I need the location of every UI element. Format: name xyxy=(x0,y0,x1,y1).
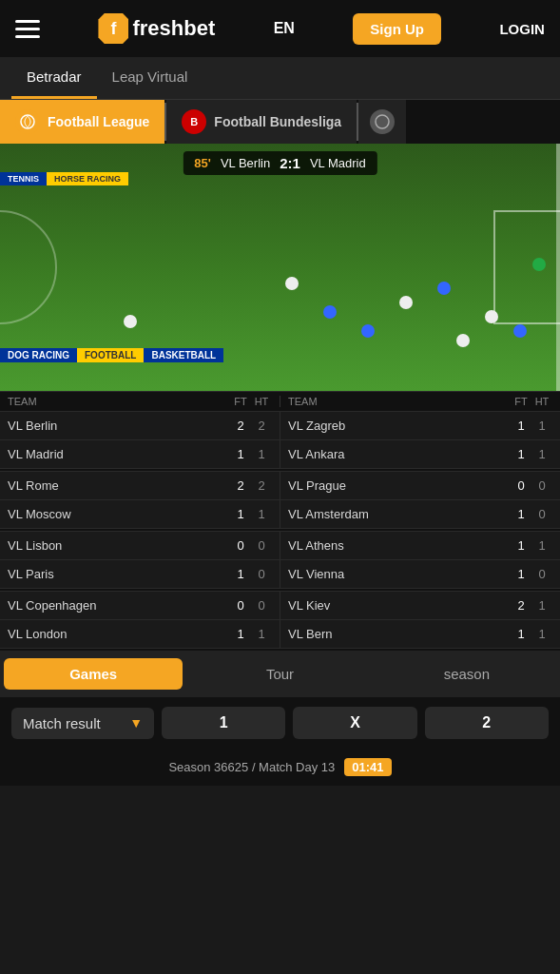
match-minute: 85' xyxy=(194,156,211,170)
right-ht-label: HT xyxy=(531,396,552,407)
football-league-icon xyxy=(15,109,40,134)
video-area: TENNIS HORSE RACING DOG RACING FOOTBALL … xyxy=(0,144,560,391)
logo: f freshbet xyxy=(98,13,215,44)
svg-point-1 xyxy=(376,115,389,128)
login-button[interactable]: LOGIN xyxy=(499,21,545,37)
right-header: TEAM FT HT xyxy=(280,396,560,407)
match-score: 2:1 xyxy=(280,155,300,171)
footer: Season 36625 / Match Day 13 01:41 xyxy=(0,749,560,786)
team2-name: VL Madrid xyxy=(310,156,366,170)
svg-point-0 xyxy=(21,115,34,128)
left-header: TEAM FT HT xyxy=(0,396,280,407)
player-white-3 xyxy=(399,296,413,309)
score-row: VL Amsterdam10 xyxy=(280,500,560,529)
player-blue-3 xyxy=(437,282,451,295)
left-ft-label: FT xyxy=(230,396,251,407)
match-result-label: Match result xyxy=(23,715,122,731)
tab-tour[interactable]: Tour xyxy=(190,658,369,690)
player-blue-4 xyxy=(513,324,527,338)
bottom-tabs: Games Tour season xyxy=(0,651,560,697)
team1-name: VL Berlin xyxy=(221,156,270,170)
match-group-2: VL Lisbon00VL Paris10VL Athens11VL Vienn… xyxy=(0,531,560,591)
bet-option-1[interactable]: 1 xyxy=(162,707,285,739)
tab-season[interactable]: season xyxy=(377,658,556,690)
score-row: VL Berlin22 xyxy=(0,412,280,440)
player-white-1 xyxy=(124,315,137,328)
footer-timer: 01:41 xyxy=(344,758,391,776)
header: f freshbet EN Sign Up LOGIN xyxy=(0,0,560,57)
scores-table-body: VL Berlin22VL Madrid11VL Zagreb11VL Anka… xyxy=(0,411,560,651)
match-result-row: Match result ▼ 1 X 2 xyxy=(0,697,560,749)
scores-half-right-1: VL Prague00VL Amsterdam10 xyxy=(280,472,560,529)
score-row: VL Bern11 xyxy=(280,620,560,649)
signup-button[interactable]: Sign Up xyxy=(353,13,441,45)
logo-f-letter: f xyxy=(110,19,116,39)
scores-half-left-0: VL Berlin22VL Madrid11 xyxy=(0,412,280,469)
scores-half-left-2: VL Lisbon00VL Paris10 xyxy=(0,532,280,589)
player-white-2 xyxy=(285,277,299,290)
tab-extra[interactable] xyxy=(358,100,406,144)
bundesliga-icon: B xyxy=(182,109,206,134)
tab-betradar[interactable]: Betradar xyxy=(11,57,97,99)
score-bar: 85' VL Berlin 2:1 VL Madrid xyxy=(183,151,377,175)
score-row: VL Rome22 xyxy=(0,472,280,500)
language-selector[interactable]: EN xyxy=(274,20,295,37)
score-row: VL Moscow11 xyxy=(0,500,280,529)
goal-box xyxy=(493,210,560,324)
sponsor-banners-bottom: DOG RACING FOOTBALL BASKETBALL xyxy=(0,348,560,362)
left-ht-label: HT xyxy=(251,396,272,407)
score-row: VL Athens11 xyxy=(280,532,560,560)
score-row: VL Madrid11 xyxy=(0,440,280,469)
score-row: VL Lisbon00 xyxy=(0,532,280,560)
tab-games[interactable]: Games xyxy=(4,658,183,690)
scores-half-left-1: VL Rome22VL Moscow11 xyxy=(0,472,280,529)
score-row: VL Prague00 xyxy=(280,472,560,500)
score-row: VL Ankara11 xyxy=(280,440,560,469)
player-white-5 xyxy=(485,310,498,323)
score-row: VL Vienna10 xyxy=(280,560,560,589)
player-blue-2 xyxy=(361,324,375,338)
right-ft-label: FT xyxy=(511,396,531,407)
league-tabs: Football League B Football Bundesliga xyxy=(0,100,560,144)
tab-football-bundesliga[interactable]: B Football Bundesliga xyxy=(166,100,357,144)
center-circle xyxy=(0,210,57,324)
match-group-0: VL Berlin22VL Madrid11VL Zagreb11VL Anka… xyxy=(0,411,560,471)
match-result-dropdown[interactable]: Match result ▼ xyxy=(11,708,154,739)
footer-season-text: Season 36625 / Match Day 13 xyxy=(168,760,335,774)
logo-icon: f xyxy=(98,13,128,44)
match-group-1: VL Rome22VL Moscow11VL Prague00VL Amster… xyxy=(0,471,560,531)
scores-half-right-0: VL Zagreb11VL Ankara11 xyxy=(280,412,560,469)
scores-half-right-3: VL Kiev21VL Bern11 xyxy=(280,592,560,649)
left-team-label: TEAM xyxy=(8,396,230,407)
dropdown-arrow-icon: ▼ xyxy=(129,715,143,730)
provider-tabs: Betradar Leap Virtual xyxy=(0,57,560,100)
match-group-3: VL Copenhagen00VL London11VL Kiev21VL Be… xyxy=(0,591,560,651)
bundesliga-label: Football Bundesliga xyxy=(214,114,341,129)
score-row: VL Copenhagen00 xyxy=(0,592,280,620)
bet-option-2[interactable]: 2 xyxy=(425,707,549,739)
logo-text: freshbet xyxy=(132,16,215,41)
player-white-4 xyxy=(456,334,470,347)
tab-leap-virtual[interactable]: Leap Virtual xyxy=(97,57,203,99)
scores-table-header: TEAM FT HT TEAM FT HT xyxy=(0,391,560,411)
right-team-label: TEAM xyxy=(288,396,511,407)
bet-option-x[interactable]: X xyxy=(293,707,416,739)
score-row: VL Kiev21 xyxy=(280,592,560,620)
scores-half-right-2: VL Athens11VL Vienna10 xyxy=(280,532,560,589)
tab-football-league[interactable]: Football League xyxy=(0,100,164,144)
player-blue-1 xyxy=(323,305,337,319)
score-row: VL London11 xyxy=(0,620,280,649)
football-league-label: Football League xyxy=(48,114,149,129)
extra-league-icon xyxy=(370,109,395,134)
hamburger-menu[interactable] xyxy=(15,20,40,38)
scores-half-left-3: VL Copenhagen00VL London11 xyxy=(0,592,280,649)
player-goalkeeper xyxy=(532,258,546,271)
score-row: VL Zagreb11 xyxy=(280,412,560,440)
score-row: VL Paris10 xyxy=(0,560,280,589)
